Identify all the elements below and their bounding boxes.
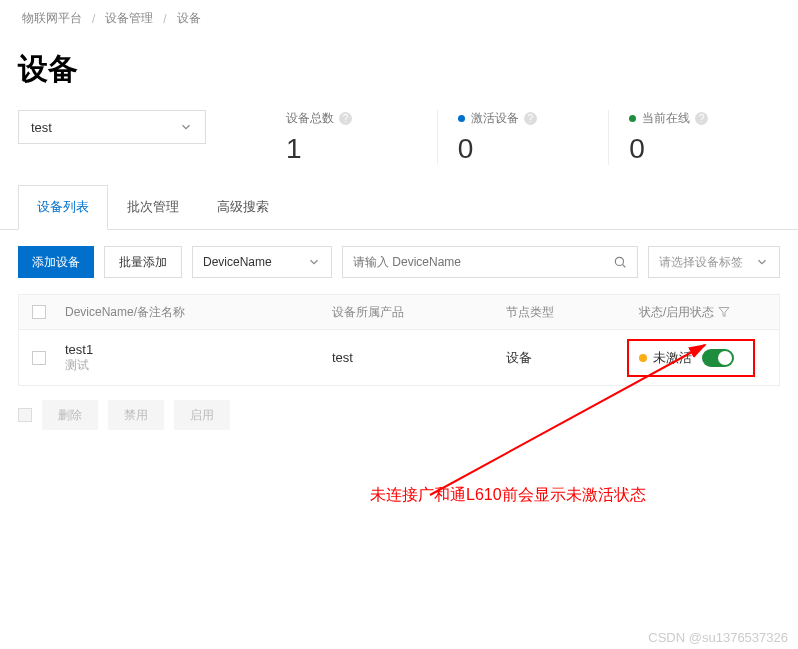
- add-device-button[interactable]: 添加设备: [18, 246, 94, 278]
- table-row: test1 测试 test 设备 未激活: [18, 330, 780, 386]
- stat-online: 当前在线 ? 0: [609, 110, 780, 165]
- chevron-down-icon: [755, 255, 769, 269]
- footer-checkbox: [18, 408, 32, 422]
- chevron-down-icon: [179, 120, 193, 134]
- status-cell: 未激活: [639, 349, 734, 367]
- tab-batch-manage[interactable]: 批次管理: [108, 185, 198, 229]
- stat-total: 设备总数 ? 1: [266, 110, 438, 165]
- product-select[interactable]: test: [18, 110, 206, 144]
- stat-label: 当前在线: [642, 110, 690, 127]
- status-dot-icon: [458, 115, 465, 122]
- chevron-down-icon: [307, 255, 321, 269]
- row-checkbox[interactable]: [32, 351, 46, 365]
- tabs: 设备列表 批次管理 高级搜索: [0, 185, 798, 230]
- table-header: DeviceName/备注名称 设备所属产品 节点类型 状态/启用状态: [18, 294, 780, 330]
- tag-select-placeholder: 请选择设备标签: [659, 254, 743, 271]
- summary-row: test 设备总数 ? 1 激活设备 ? 0 当前在线 ? 0: [0, 110, 798, 185]
- svg-marker-2: [719, 308, 729, 317]
- stat-activated: 激活设备 ? 0: [438, 110, 610, 165]
- svg-line-1: [623, 265, 626, 268]
- annotation-text: 未连接广和通L610前会显示未激活状态: [370, 485, 646, 506]
- product-select-value: test: [31, 120, 52, 135]
- svg-point-0: [615, 257, 623, 265]
- help-icon[interactable]: ?: [339, 112, 352, 125]
- breadcrumb-item: 设备: [177, 10, 201, 27]
- select-all-checkbox[interactable]: [32, 305, 46, 319]
- status-dot-icon: [629, 115, 636, 122]
- search-input[interactable]: [353, 255, 613, 269]
- cell-name: test1 测试: [59, 342, 332, 374]
- status-text: 未激活: [653, 349, 692, 367]
- device-name[interactable]: test1: [65, 342, 332, 357]
- filter-type-value: DeviceName: [203, 255, 272, 269]
- delete-button: 删除: [42, 400, 98, 430]
- disable-button: 禁用: [108, 400, 164, 430]
- search-icon[interactable]: [613, 255, 627, 269]
- filter-icon[interactable]: [718, 306, 730, 318]
- filter-type-select[interactable]: DeviceName: [192, 246, 332, 278]
- breadcrumb-sep: /: [92, 12, 95, 26]
- stat-label: 激活设备: [471, 110, 519, 127]
- breadcrumb-sep: /: [163, 12, 166, 26]
- watermark: CSDN @su1376537326: [648, 630, 788, 645]
- enable-toggle[interactable]: [702, 349, 734, 367]
- breadcrumb-item[interactable]: 物联网平台: [22, 10, 82, 27]
- help-icon[interactable]: ?: [695, 112, 708, 125]
- search-box[interactable]: [342, 246, 638, 278]
- col-header-product: 设备所属产品: [332, 304, 506, 321]
- stat-value: 1: [286, 133, 437, 165]
- status-dot-icon: [639, 354, 647, 362]
- batch-add-button[interactable]: 批量添加: [104, 246, 182, 278]
- col-header-node: 节点类型: [506, 304, 639, 321]
- toolbar: 添加设备 批量添加 DeviceName 请选择设备标签: [0, 230, 798, 294]
- footer-actions: 删除 禁用 启用: [0, 386, 798, 444]
- tab-device-list[interactable]: 设备列表: [18, 185, 108, 230]
- enable-button: 启用: [174, 400, 230, 430]
- breadcrumb: 物联网平台 / 设备管理 / 设备: [0, 0, 798, 37]
- stat-label: 设备总数: [286, 110, 334, 127]
- breadcrumb-item[interactable]: 设备管理: [105, 10, 153, 27]
- page-title: 设备: [0, 37, 798, 110]
- col-header-status: 状态/启用状态: [639, 304, 779, 321]
- tab-advanced-search[interactable]: 高级搜索: [198, 185, 288, 229]
- cell-product: test: [332, 350, 506, 365]
- stat-value: 0: [629, 133, 780, 165]
- cell-node-type: 设备: [506, 349, 639, 367]
- stat-value: 0: [458, 133, 609, 165]
- tag-select[interactable]: 请选择设备标签: [648, 246, 780, 278]
- device-table: DeviceName/备注名称 设备所属产品 节点类型 状态/启用状态 test…: [0, 294, 798, 386]
- device-note: 测试: [65, 357, 332, 374]
- col-header-name: DeviceName/备注名称: [59, 304, 332, 321]
- help-icon[interactable]: ?: [524, 112, 537, 125]
